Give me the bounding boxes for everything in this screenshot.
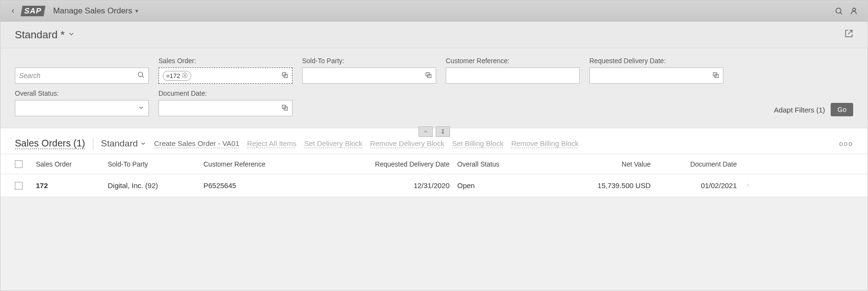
app-title-dropdown[interactable]: Manage Sales Orders ▼ — [53, 6, 139, 16]
svg-point-3 — [138, 72, 143, 77]
app-root: SAP Manage Sales Orders ▼ Standard * — [0, 0, 868, 291]
customer-ref-input[interactable] — [450, 72, 575, 79]
filter-token-text: =172 — [166, 72, 180, 79]
table-title: Sales Orders (1) — [15, 138, 85, 149]
token-remove-icon[interactable]: ⓧ — [182, 72, 188, 80]
col-header-sales-order[interactable]: Sales Order — [32, 160, 104, 168]
value-help-icon[interactable] — [422, 72, 432, 80]
filter-bar: Sales Order: =172 ⓧ Sold-To Party: — [0, 48, 868, 128]
filter-label-sold-to: Sold-To Party: — [302, 57, 436, 65]
svg-point-13 — [442, 132, 443, 134]
reject-all-items-action[interactable]: Reject All Items — [247, 139, 296, 147]
remove-delivery-block-action[interactable]: Remove Delivery Block — [370, 139, 444, 147]
cell-net-value: 15,739.500 USD — [559, 181, 654, 190]
go-button[interactable]: Go — [831, 103, 853, 116]
search-input[interactable] — [19, 72, 134, 79]
cell-document-date: 01/02/2021 — [654, 181, 741, 190]
document-date-filter[interactable] — [158, 100, 293, 116]
search-icon[interactable] — [134, 71, 145, 80]
search-field[interactable] — [15, 67, 149, 84]
table-header-row: Sales Order Sold-To Party Customer Refer… — [0, 154, 868, 174]
overall-status-input[interactable] — [19, 104, 135, 112]
col-header-customer-ref[interactable]: Customer Reference — [200, 160, 343, 168]
app-title-text: Manage Sales Orders — [53, 6, 132, 16]
svg-point-2 — [853, 8, 856, 11]
remove-billing-block-action[interactable]: Remove Billing Block — [511, 139, 579, 147]
set-billing-block-action[interactable]: Set Billing Block — [452, 139, 504, 147]
table-variant-text: Standard — [101, 138, 138, 149]
filter-label-overall-status: Overall Status: — [15, 90, 149, 97]
sales-order-filter[interactable]: =172 ⓧ — [158, 67, 293, 84]
overflow-menu-button[interactable]: ooo — [839, 140, 853, 147]
table-variant-selector[interactable]: Standard — [93, 138, 147, 149]
cell-sales-order: 172 — [32, 181, 104, 190]
sales-order-input[interactable] — [193, 72, 236, 79]
create-sales-order-action[interactable]: Create Sales Order - VA01 — [154, 139, 239, 147]
user-profile-button[interactable] — [846, 3, 862, 19]
col-header-net-value[interactable]: Net Value — [559, 160, 654, 168]
collapse-filters-button[interactable] — [418, 126, 433, 137]
svg-line-1 — [840, 12, 842, 14]
col-header-document-date[interactable]: Document Date — [654, 160, 741, 168]
cell-sold-to: Digital, Inc. (92) — [104, 181, 200, 190]
sold-to-filter[interactable] — [302, 67, 436, 84]
sales-orders-table: Sales Order Sold-To Party Customer Refer… — [0, 154, 868, 197]
col-header-overall-status[interactable]: Overall Status — [453, 160, 559, 168]
variant-header: Standard * — [0, 22, 868, 48]
document-date-input[interactable] — [163, 104, 279, 112]
cell-overall-status: Open — [453, 181, 559, 190]
back-button[interactable] — [6, 4, 20, 18]
col-header-req-deliv-date[interactable]: Requested Delivery Date — [343, 160, 453, 168]
chevron-down-icon[interactable] — [135, 104, 145, 112]
req-deliv-date-filter[interactable] — [589, 67, 723, 84]
sap-logo: SAP — [22, 6, 45, 16]
shell-header: SAP Manage Sales Orders ▼ — [0, 0, 868, 22]
chevron-down-icon — [68, 30, 75, 40]
sold-to-input[interactable] — [306, 72, 422, 79]
filter-label-document-date: Document Date: — [158, 90, 293, 97]
filter-label-sales-order: Sales Order: — [158, 57, 293, 65]
filter-label-customer-ref: Customer Reference: — [446, 57, 580, 65]
cell-req-deliv-date: 12/31/2020 — [343, 181, 453, 190]
shell-search-button[interactable] — [831, 3, 846, 19]
variant-title-text: Standard * — [15, 29, 65, 41]
filter-label-req-deliv-date: Requested Delivery Date: — [589, 57, 723, 65]
svg-point-0 — [836, 8, 841, 13]
share-button[interactable] — [845, 29, 853, 40]
row-checkbox[interactable] — [15, 182, 23, 190]
customer-ref-filter[interactable] — [446, 67, 580, 84]
select-all-checkbox[interactable] — [15, 160, 23, 168]
set-delivery-block-action[interactable]: Set Delivery Block — [304, 139, 362, 147]
value-help-icon[interactable] — [279, 72, 288, 80]
req-deliv-date-input[interactable] — [594, 72, 710, 79]
value-help-icon[interactable] — [279, 104, 288, 112]
overall-status-filter[interactable] — [15, 100, 149, 116]
chevron-down-icon: ▼ — [134, 8, 139, 14]
row-navigate-icon[interactable] — [741, 181, 755, 190]
col-header-sold-to[interactable]: Sold-To Party — [104, 160, 200, 168]
variant-selector[interactable]: Standard * — [15, 29, 75, 41]
table-row[interactable]: 172 Digital, Inc. (92) P6525645 12/31/20… — [0, 174, 868, 197]
sap-logo-text: SAP — [21, 6, 45, 16]
pin-filters-button[interactable] — [436, 126, 450, 137]
svg-line-4 — [142, 76, 144, 78]
cell-customer-ref: P6525645 — [200, 181, 343, 190]
filter-token[interactable]: =172 ⓧ — [163, 71, 191, 81]
value-help-icon[interactable] — [710, 72, 719, 80]
adapt-filters-button[interactable]: Adapt Filters (1) — [774, 106, 825, 114]
